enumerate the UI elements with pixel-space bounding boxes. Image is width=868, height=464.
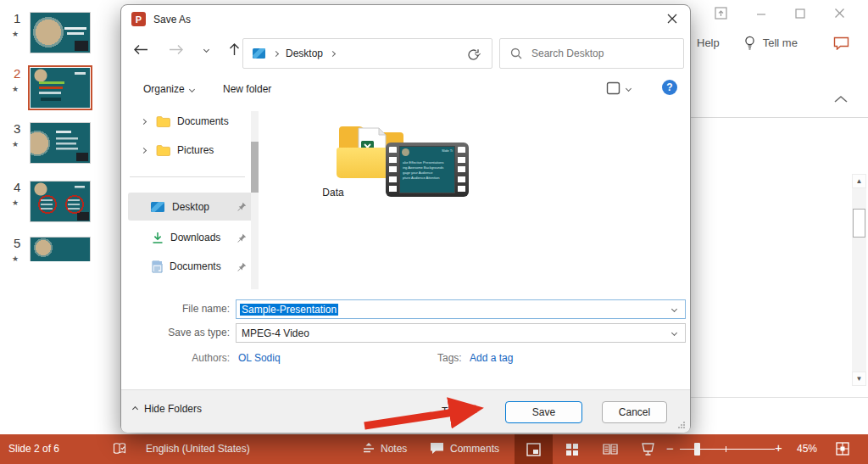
tell-me-button[interactable]: Tell me bbox=[763, 36, 798, 49]
view-mode-button[interactable] bbox=[606, 81, 631, 95]
slide-thumbnail-selected[interactable] bbox=[31, 68, 90, 108]
comments-button[interactable]: Comments bbox=[430, 442, 499, 455]
window-controls bbox=[715, 7, 845, 20]
slide-thumbnail-item[interactable]: 4 ★ bbox=[0, 180, 122, 227]
tools-button[interactable]: Tools bbox=[442, 405, 465, 417]
authors-label: Authors: bbox=[149, 352, 230, 364]
close-window-icon[interactable] bbox=[834, 8, 845, 19]
search-box[interactable] bbox=[499, 38, 684, 69]
tree-item-label: Documents bbox=[177, 115, 253, 127]
slide-thumbnail[interactable] bbox=[31, 123, 90, 163]
tree-item-documents[interactable]: Documents bbox=[128, 109, 253, 134]
normal-view-button[interactable] bbox=[515, 434, 553, 464]
slide-thumbnail[interactable] bbox=[31, 238, 90, 261]
search-input[interactable] bbox=[530, 47, 669, 60]
organize-label: Organize bbox=[143, 83, 185, 95]
slide-thumbnail-item[interactable]: 2 ★ bbox=[0, 66, 122, 114]
new-folder-button[interactable]: New folder bbox=[223, 83, 271, 95]
notes-label: Notes bbox=[381, 443, 407, 455]
scrollbar-track[interactable] bbox=[852, 188, 866, 372]
file-item-video[interactable]: Slide Ti ake Effective Presentations ing… bbox=[386, 143, 469, 197]
nav-scrollbar-track[interactable] bbox=[251, 111, 259, 289]
slide-sorter-icon bbox=[565, 443, 579, 456]
desktop-location-icon bbox=[252, 48, 266, 59]
slide-thumbnail-item[interactable]: 5 ★ bbox=[0, 236, 122, 261]
ribbon-display-options-icon[interactable] bbox=[715, 7, 727, 20]
save-type-value: MPEG-4 Video bbox=[242, 327, 309, 339]
refresh-icon[interactable] bbox=[467, 48, 480, 61]
up-icon[interactable] bbox=[229, 42, 240, 56]
nav-item-documents[interactable]: Documents bbox=[128, 254, 253, 279]
comment-bubble-icon[interactable] bbox=[833, 36, 849, 50]
save-type-dropdown-chevron-icon[interactable] bbox=[671, 330, 677, 336]
fit-to-window-icon[interactable] bbox=[836, 442, 849, 456]
save-as-type-select[interactable]: MPEG-4 Video bbox=[236, 323, 686, 343]
animation-star-icon: ★ bbox=[12, 198, 19, 207]
scrollbar-up-button[interactable]: ▲ bbox=[852, 174, 866, 188]
dialog-title-bar[interactable]: P Save As bbox=[121, 5, 690, 33]
dialog-title: Save As bbox=[153, 14, 191, 25]
nav-item-downloads[interactable]: Downloads bbox=[128, 225, 253, 250]
normal-view-icon bbox=[526, 443, 541, 456]
filmstrip-holes bbox=[458, 147, 465, 193]
reading-view-icon bbox=[603, 443, 618, 456]
authors-value[interactable]: OL Sodiq bbox=[238, 352, 281, 364]
slide-thumbnail[interactable] bbox=[31, 13, 90, 53]
tags-add-link[interactable]: Add a tag bbox=[470, 352, 513, 364]
spellcheck-icon[interactable] bbox=[113, 442, 126, 456]
tree-item-label: Pictures bbox=[177, 144, 253, 156]
breadcrumb-location[interactable]: Desktop bbox=[286, 48, 323, 59]
slide-sorter-view-button[interactable] bbox=[553, 434, 591, 464]
file-name-dropdown-chevron-icon[interactable] bbox=[671, 306, 677, 312]
dialog-close-icon[interactable] bbox=[666, 13, 678, 25]
forward-icon[interactable] bbox=[169, 44, 184, 55]
scrollbar-thumb[interactable] bbox=[853, 209, 865, 238]
nav-item-desktop[interactable]: Desktop bbox=[128, 193, 253, 221]
tree-item-pictures[interactable]: Pictures bbox=[128, 137, 253, 163]
address-bar[interactable]: Desktop bbox=[242, 38, 492, 69]
recent-locations-chevron-icon[interactable] bbox=[203, 46, 209, 52]
slideshow-icon bbox=[641, 443, 655, 456]
downloads-icon bbox=[152, 232, 164, 244]
comments-label: Comments bbox=[450, 443, 499, 455]
collapse-ribbon-icon[interactable] bbox=[834, 95, 848, 103]
notes-splitter[interactable] bbox=[691, 397, 868, 398]
pin-icon bbox=[237, 262, 247, 271]
document-icon bbox=[152, 260, 163, 273]
video-slide-title: Slide Ti bbox=[442, 148, 453, 153]
help-tab-row: Help Tell me bbox=[697, 36, 849, 50]
nav-scrollbar-thumb[interactable] bbox=[251, 142, 259, 193]
notes-button[interactable]: Notes bbox=[363, 442, 407, 455]
minimize-icon[interactable] bbox=[756, 8, 766, 19]
slideshow-view-button[interactable] bbox=[629, 434, 667, 464]
powerpoint-icon: P bbox=[131, 12, 146, 26]
canvas-scrollbar[interactable]: ▲ ▼ bbox=[852, 174, 866, 386]
hide-folders-chevron-icon bbox=[132, 405, 138, 411]
help-icon[interactable]: ? bbox=[662, 80, 677, 95]
cancel-button-label: Cancel bbox=[619, 406, 650, 418]
expand-chevron-icon[interactable] bbox=[141, 118, 147, 124]
zoom-in-button[interactable]: + bbox=[775, 440, 782, 455]
zoom-level[interactable]: 45% bbox=[797, 443, 817, 455]
slide-thumbnail[interactable] bbox=[31, 182, 90, 221]
back-icon[interactable] bbox=[133, 44, 148, 55]
file-name-input[interactable]: Sample-Presentation bbox=[236, 299, 686, 319]
maximize-icon[interactable] bbox=[795, 8, 805, 19]
animation-star-icon: ★ bbox=[12, 85, 19, 93]
scrollbar-down-button[interactable]: ▼ bbox=[852, 372, 866, 386]
cancel-button[interactable]: Cancel bbox=[602, 401, 667, 423]
dialog-resize-grip[interactable] bbox=[678, 422, 685, 428]
tab-help[interactable]: Help bbox=[697, 36, 720, 49]
file-name-value: Sample-Presentation bbox=[240, 304, 338, 316]
organize-button[interactable]: Organize bbox=[143, 83, 194, 95]
hide-folders-button[interactable]: Hide Folders bbox=[133, 403, 202, 415]
expand-chevron-icon[interactable] bbox=[141, 147, 147, 153]
file-item-data-folder[interactable]: Data bbox=[287, 122, 380, 220]
zoom-out-button[interactable]: − bbox=[666, 441, 674, 456]
zoom-slider-thumb[interactable] bbox=[694, 443, 700, 456]
language-status[interactable]: English (United States) bbox=[146, 443, 250, 455]
slide-thumbnail-item[interactable]: 3 ★ bbox=[0, 121, 122, 169]
save-button[interactable]: Save bbox=[505, 401, 582, 423]
reading-view-button[interactable] bbox=[591, 434, 629, 464]
slide-thumbnail-item[interactable]: 1 ★ bbox=[0, 11, 122, 59]
